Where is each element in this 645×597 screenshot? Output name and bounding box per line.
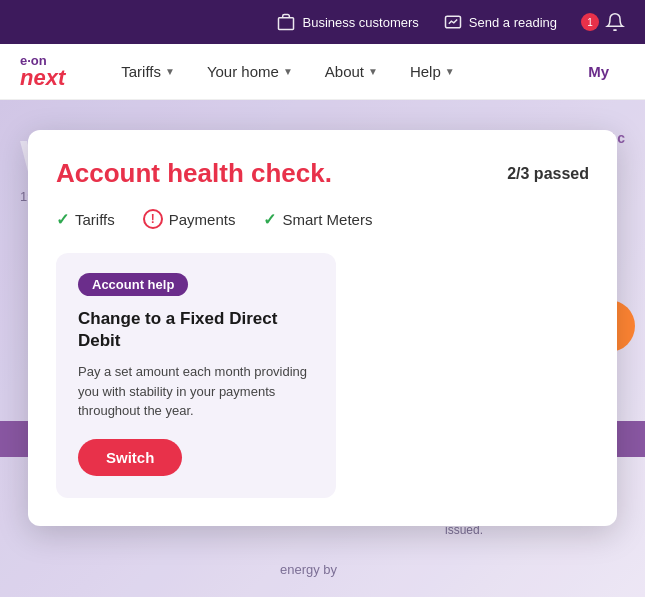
help-card: Account help Change to a Fixed Direct De… — [56, 253, 336, 498]
nav-bar: e·on next Tariffs ▼ Your home ▼ About ▼ … — [0, 44, 645, 100]
nav-item-my[interactable]: My — [572, 44, 625, 100]
account-help-badge: Account help — [78, 273, 188, 296]
card-title: Change to a Fixed Direct Debit — [78, 308, 314, 352]
send-reading-link[interactable]: Send a reading — [443, 12, 557, 32]
tariffs-check-label: Tariffs — [75, 211, 115, 228]
nav-items: Tariffs ▼ Your home ▼ About ▼ Help ▼ My — [105, 44, 625, 100]
nav-item-help[interactable]: Help ▼ — [394, 44, 471, 100]
payments-check-label: Payments — [169, 211, 236, 228]
check-tariffs: ✓ Tariffs — [56, 210, 115, 229]
modal-passed: 2/3 passed — [507, 165, 589, 183]
meter-icon — [443, 12, 463, 32]
check-smart-meters: ✓ Smart Meters — [263, 210, 372, 229]
logo-next: next — [20, 67, 65, 89]
switch-button[interactable]: Switch — [78, 439, 182, 476]
smart-meters-check-icon: ✓ — [263, 210, 276, 229]
business-icon — [276, 12, 296, 32]
modal-title: Account health check. — [56, 158, 332, 189]
nav-item-your-home[interactable]: Your home ▼ — [191, 44, 309, 100]
your-home-chevron-icon: ▼ — [283, 66, 293, 77]
nav-item-about[interactable]: About ▼ — [309, 44, 394, 100]
business-customers-link[interactable]: Business customers — [276, 12, 418, 32]
nav-item-tariffs[interactable]: Tariffs ▼ — [105, 44, 191, 100]
business-customers-label: Business customers — [302, 15, 418, 30]
tariffs-check-icon: ✓ — [56, 210, 69, 229]
logo[interactable]: e·on next — [20, 54, 65, 89]
notification-badge: 1 — [581, 13, 599, 31]
top-bar: Business customers Send a reading 1 — [0, 0, 645, 44]
smart-meters-check-label: Smart Meters — [282, 211, 372, 228]
notifications-button[interactable]: 1 — [581, 12, 625, 32]
checks-row: ✓ Tariffs ! Payments ✓ Smart Meters — [56, 209, 589, 229]
about-chevron-icon: ▼ — [368, 66, 378, 77]
account-health-modal: Account health check. 2/3 passed ✓ Tarif… — [28, 130, 617, 526]
payments-warning-icon: ! — [143, 209, 163, 229]
svg-rect-0 — [279, 18, 294, 30]
help-chevron-icon: ▼ — [445, 66, 455, 77]
tariffs-chevron-icon: ▼ — [165, 66, 175, 77]
card-description: Pay a set amount each month providing yo… — [78, 362, 314, 421]
bell-icon — [605, 12, 625, 32]
send-reading-label: Send a reading — [469, 15, 557, 30]
modal-header: Account health check. 2/3 passed — [56, 158, 589, 189]
check-payments: ! Payments — [143, 209, 236, 229]
